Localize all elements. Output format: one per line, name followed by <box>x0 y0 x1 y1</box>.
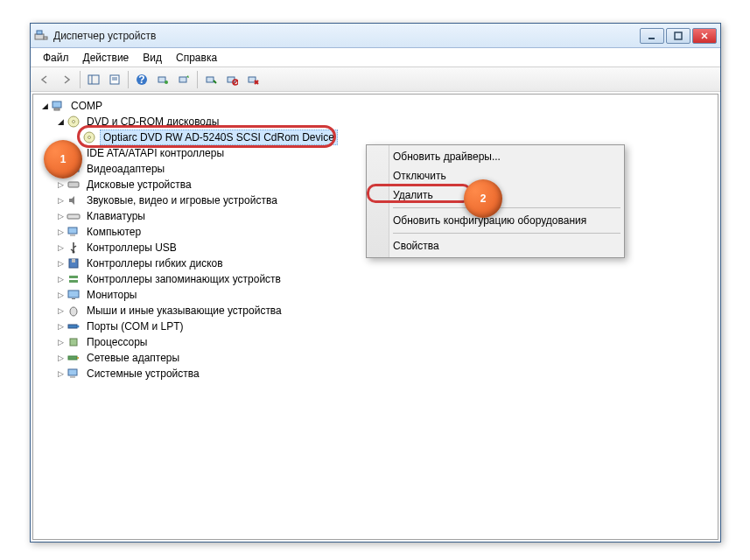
svg-rect-16 <box>179 77 186 82</box>
marker-2: 2 <box>464 179 502 218</box>
separator <box>393 207 620 208</box>
category-label: DVD и CD-ROM дисководы <box>84 115 221 129</box>
svg-rect-33 <box>67 214 80 219</box>
expand-icon[interactable]: ▷ <box>54 336 67 348</box>
sound-icon <box>67 193 81 207</box>
svg-rect-0 <box>35 34 44 39</box>
computer-icon <box>51 99 65 113</box>
minimize-button[interactable] <box>640 28 664 44</box>
mouse-icon <box>67 304 81 318</box>
close-button[interactable] <box>692 28 717 44</box>
svg-rect-14 <box>158 77 165 82</box>
network-icon <box>67 351 81 365</box>
svg-rect-44 <box>68 325 77 328</box>
svg-point-29 <box>88 136 91 139</box>
floppy-icon <box>67 256 81 270</box>
svg-rect-25 <box>54 108 60 110</box>
svg-point-27 <box>73 121 75 123</box>
cpu-icon <box>67 335 81 349</box>
storage-icon <box>67 272 81 286</box>
svg-rect-42 <box>72 298 75 299</box>
disk-icon <box>67 178 81 192</box>
nav-forward-button[interactable] <box>57 70 76 89</box>
dvd-icon <box>67 115 81 129</box>
svg-rect-48 <box>77 357 79 359</box>
keyboard-icon <box>67 209 81 223</box>
app-icon <box>34 29 48 43</box>
toolbar: ? <box>31 67 720 92</box>
disable-button[interactable] <box>222 70 242 89</box>
help-button[interactable]: ? <box>132 70 151 89</box>
svg-rect-4 <box>675 32 682 39</box>
expand-icon[interactable]: ◢ <box>54 116 67 128</box>
menu-action[interactable]: Действие <box>76 50 137 66</box>
tree-category[interactable]: ▷Системные устройства <box>35 366 716 382</box>
uninstall-button[interactable] <box>243 70 263 89</box>
separator <box>393 233 620 234</box>
svg-rect-40 <box>69 280 78 283</box>
menu-view[interactable]: Вид <box>136 50 169 66</box>
enable-button[interactable] <box>201 70 221 89</box>
monitor-icon <box>67 288 81 302</box>
marker-1: 1 <box>44 140 82 178</box>
expand-icon[interactable]: ▷ <box>54 320 67 332</box>
expand-icon[interactable]: ▷ <box>54 368 67 380</box>
dvd-icon <box>82 130 96 144</box>
expand-icon[interactable]: ▷ <box>54 304 67 317</box>
tree-category[interactable]: ▷Порты (COM и LPT) <box>35 318 716 334</box>
menu-help[interactable]: Справка <box>169 50 224 66</box>
svg-rect-49 <box>68 369 77 375</box>
menu-file[interactable]: Файл <box>36 50 76 66</box>
expand-icon[interactable]: ▷ <box>54 194 67 206</box>
tree-category[interactable]: ▷Мониторы <box>35 287 716 303</box>
svg-rect-50 <box>70 376 75 378</box>
expand-icon[interactable]: ▷ <box>54 352 67 364</box>
device-label: Optiarc DVD RW AD-5240S SCSI CdRom Devic… <box>100 130 338 145</box>
root-label: COMP <box>68 99 105 113</box>
tree-category[interactable]: ▷Контроллеры запоминающих устройств <box>35 271 716 287</box>
svg-rect-39 <box>69 276 78 278</box>
expand-icon[interactable]: ▷ <box>54 178 67 191</box>
tree-category[interactable]: ▷Мыши и иные указывающие устройства <box>35 303 716 318</box>
svg-rect-2 <box>44 37 47 39</box>
device-manager-window: Диспетчер устройств Файл Действие Вид Сп… <box>30 23 721 542</box>
scan-hardware-button[interactable] <box>153 70 172 89</box>
tree-category[interactable]: ▷Сетевые адаптеры <box>35 350 716 366</box>
svg-rect-46 <box>70 339 77 346</box>
expand-icon[interactable]: ▷ <box>54 210 67 222</box>
expand-icon[interactable]: ▷ <box>54 289 67 301</box>
svg-rect-34 <box>68 228 77 234</box>
tree-category[interactable]: ▷Процессоры <box>35 334 716 350</box>
ctx-scan-hardware[interactable]: Обновить конфигурацию оборудования <box>368 211 622 230</box>
tree-root[interactable]: ◢ COMP <box>35 98 716 114</box>
show-hide-tree-button[interactable] <box>84 70 103 89</box>
menubar: Файл Действие Вид Справка <box>31 48 720 67</box>
titlebar[interactable]: Диспетчер устройств <box>31 24 720 48</box>
ctx-update-drivers[interactable]: Обновить драйверы... <box>368 147 622 166</box>
svg-rect-7 <box>88 75 99 84</box>
ctx-properties[interactable]: Свойства <box>368 236 622 256</box>
svg-point-45 <box>77 326 80 328</box>
svg-rect-35 <box>70 234 75 236</box>
svg-rect-17 <box>207 77 214 82</box>
expand-icon[interactable]: ▷ <box>54 226 67 238</box>
expand-icon[interactable]: ▷ <box>54 257 67 270</box>
svg-rect-38 <box>72 259 75 262</box>
properties-button[interactable] <box>105 70 124 89</box>
system-icon <box>67 367 81 381</box>
tree-category[interactable]: ◢ DVD и CD-ROM дисководы <box>35 114 716 130</box>
update-driver-button[interactable] <box>174 70 193 89</box>
svg-text:?: ? <box>138 74 144 86</box>
ports-icon <box>67 319 81 333</box>
expand-icon[interactable]: ▷ <box>54 273 67 285</box>
svg-point-36 <box>73 251 75 254</box>
ctx-disable[interactable]: Отключить <box>368 166 622 186</box>
nav-back-button[interactable] <box>36 70 55 89</box>
expand-icon[interactable]: ▷ <box>54 242 67 254</box>
svg-rect-47 <box>68 356 77 360</box>
expand-icon[interactable]: ◢ <box>39 100 51 112</box>
svg-rect-1 <box>37 31 42 34</box>
svg-point-15 <box>165 80 168 84</box>
tree-device-selected[interactable]: Optiarc DVD RW AD-5240S SCSI CdRom Devic… <box>35 130 716 145</box>
maximize-button[interactable] <box>666 28 690 44</box>
